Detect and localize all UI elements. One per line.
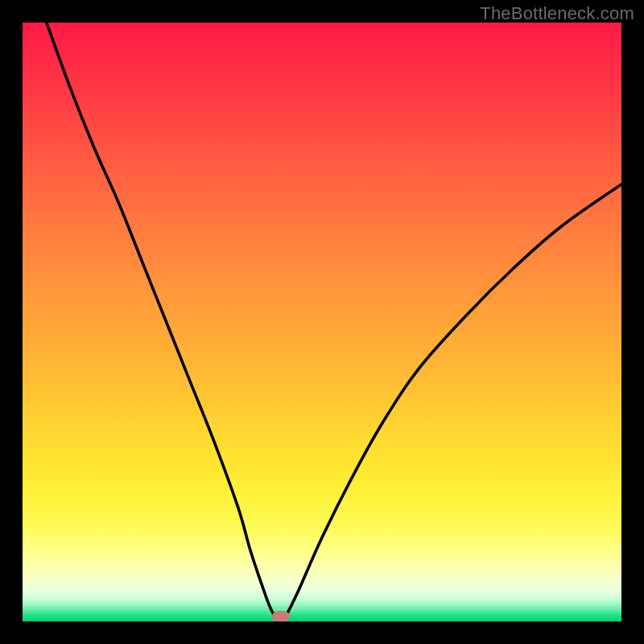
curve-layer: [23, 23, 621, 621]
chart-frame: TheBottleneck.com: [0, 0, 644, 644]
bottleneck-curve: [47, 23, 621, 621]
watermark-text: TheBottleneck.com: [480, 3, 634, 24]
optimal-point-marker: [272, 611, 290, 621]
plot-area: [23, 23, 621, 621]
